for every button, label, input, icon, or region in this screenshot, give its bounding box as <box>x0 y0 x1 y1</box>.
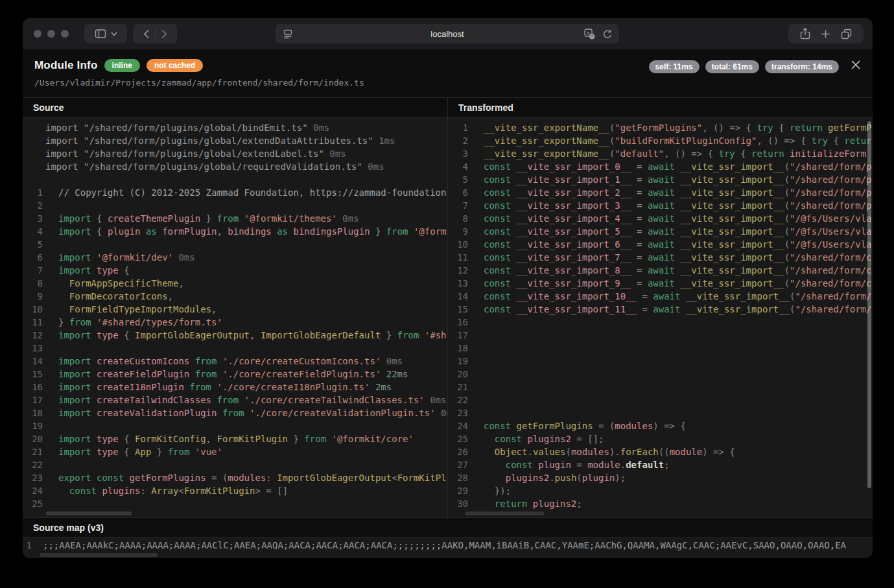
toolbar-right-group <box>788 24 864 43</box>
line-number: 24 <box>448 419 468 432</box>
line-number: 2 <box>448 134 468 147</box>
line-number: 14 <box>448 290 468 303</box>
code-line: 12const __vite_ssr_import_8__ = await __… <box>448 264 873 277</box>
code-line: 14const __vite_ssr_import_10__ = await _… <box>448 290 873 303</box>
source-pane-title: Source <box>23 98 447 117</box>
source-pane: Source import "/shared/form/plugins/glob… <box>23 98 447 517</box>
line-number: 11 <box>23 316 43 329</box>
code-line: 30 return plugins2; <box>448 497 873 510</box>
address-bar[interactable]: localhost A * <box>276 24 619 43</box>
code-line: 7const __vite_ssr_import_3__ = await __v… <box>448 199 873 212</box>
sourcemap-horizontal-scrollbar[interactable] <box>40 553 158 557</box>
page-settings-icon[interactable] <box>283 29 293 39</box>
zoom-window-button[interactable] <box>61 30 69 38</box>
module-file-path: /Users/vladimir/Projects/zammad/app/fron… <box>34 78 861 88</box>
line-number: 21 <box>23 445 43 458</box>
code-line: 5 <box>23 238 447 251</box>
code-line: 5const __vite_ssr_import_1__ = await __v… <box>448 173 873 186</box>
line-number: 22 <box>23 458 43 471</box>
line-number: 16 <box>448 316 468 329</box>
line-number: 25 <box>448 432 468 445</box>
line-number: 12 <box>23 329 43 342</box>
line-number: 3 <box>23 212 43 225</box>
transformed-horizontal-scrollbar[interactable] <box>465 512 544 515</box>
tab-overview-icon[interactable] <box>841 29 852 40</box>
line-number: 20 <box>448 368 468 381</box>
translate-icon[interactable]: A * <box>584 29 595 40</box>
code-line: 12import type { ImportGlobEagerOutput, I… <box>23 329 447 342</box>
reload-icon[interactable] <box>602 29 613 40</box>
code-line: 23export const getFormPlugins = (modules… <box>23 471 447 484</box>
line-number: 1 <box>23 186 43 199</box>
code-line: 9const __vite_ssr_import_5__ = await __v… <box>448 225 873 238</box>
line-number: 7 <box>23 264 43 277</box>
code-line: 23 <box>448 406 873 419</box>
transformed-code: 1__vite_ssr_exportName__("getFormPlugins… <box>448 117 873 517</box>
line-number: 6 <box>448 186 468 199</box>
line-number: 16 <box>23 381 43 394</box>
line-number: 14 <box>23 355 43 368</box>
transformed-pane: Transformed 1__vite_ssr_exportName__("ge… <box>447 98 873 517</box>
line-number: 10 <box>23 303 43 316</box>
code-line: 19 <box>448 355 873 368</box>
traffic-lights <box>34 30 69 38</box>
code-line: 18 <box>448 342 873 355</box>
line-number: 19 <box>448 355 468 368</box>
not-cached-badge: not cached <box>147 59 203 72</box>
line-number: 10 <box>448 238 468 251</box>
code-line: 25 <box>23 497 447 510</box>
code-line: 13 <box>23 342 447 355</box>
code-line: 15import createFieldPlugin from './core/… <box>23 368 447 381</box>
close-window-button[interactable] <box>34 30 41 38</box>
line-number: 24 <box>23 484 43 497</box>
sourcemap-panel: Source map (v3) 1;;;AAEA;AAAkC;AAAA;AAAA… <box>23 517 873 558</box>
self-time-badge: self: 11ms <box>649 60 700 73</box>
minimize-window-button[interactable] <box>47 30 55 38</box>
code-line: 1;;;AAEA;AAAkC;AAAA;AAAA;AAAA;AAClC;AAEA… <box>23 539 873 552</box>
line-number: 5 <box>448 173 468 186</box>
line-number: 8 <box>448 212 468 225</box>
code-line: 16import createI18nPlugin from './core/c… <box>23 381 447 394</box>
code-line: 26 Object.values(modules).forEach((modul… <box>448 445 873 458</box>
code-line: 6const __vite_ssr_import_2__ = await __v… <box>448 186 873 199</box>
code-line: 6import '@formkit/dev' 0ms <box>23 251 447 264</box>
sidebar-icon[interactable] <box>95 29 106 39</box>
line-number: 28 <box>448 471 468 484</box>
line-number: 1 <box>23 539 32 552</box>
code-line: 21import type { App } from 'vue' <box>23 445 447 458</box>
line-number: 3 <box>448 147 468 160</box>
line-number: 18 <box>23 406 43 419</box>
transformed-pane-title: Transformed <box>448 98 873 117</box>
chevron-down-icon[interactable] <box>111 32 117 36</box>
line-number: 29 <box>448 484 468 497</box>
line-number: 22 <box>448 394 468 406</box>
code-line: 29 }); <box>448 484 873 497</box>
code-line: 25 const plugins2 = []; <box>448 432 873 445</box>
code-line: 13const __vite_ssr_import_9__ = await __… <box>448 277 873 290</box>
new-tab-icon[interactable] <box>821 29 830 39</box>
close-icon[interactable] <box>849 58 862 71</box>
code-line: 10 FormFieldTypeImportModules, <box>23 303 447 316</box>
line-number: 8 <box>23 277 43 290</box>
module-info-header: Module Info inline not cached self: 11ms… <box>23 49 873 97</box>
transformed-vertical-scrollbar[interactable] <box>867 121 871 488</box>
code-line: 17 <box>448 329 873 342</box>
inline-badge: inline <box>104 59 140 72</box>
source-horizontal-scrollbar[interactable] <box>46 512 132 515</box>
back-icon[interactable] <box>143 29 150 39</box>
line-number: 30 <box>448 497 468 510</box>
code-line: 14import createCustomIcons from './core/… <box>23 355 447 368</box>
code-line: 4const __vite_ssr_import_0__ = await __v… <box>448 160 873 173</box>
total-time-badge: total: 61ms <box>705 60 759 73</box>
code-line: 28 plugins2.push(plugin); <box>448 471 873 484</box>
line-number: 6 <box>23 251 43 264</box>
timing-metrics: self: 11ms total: 61ms transform: 14ms <box>649 60 839 73</box>
line-number: 23 <box>448 406 468 419</box>
forward-icon[interactable] <box>161 29 167 39</box>
code-line: 8 FormAppSpecificTheme, <box>23 277 447 290</box>
share-icon[interactable] <box>800 28 810 40</box>
code-line: 4import { plugin as formPlugin, bindings… <box>23 225 447 238</box>
line-number: 1 <box>448 121 468 134</box>
line-number: 26 <box>448 445 468 458</box>
transform-time-badge: transform: 14ms <box>765 60 839 73</box>
